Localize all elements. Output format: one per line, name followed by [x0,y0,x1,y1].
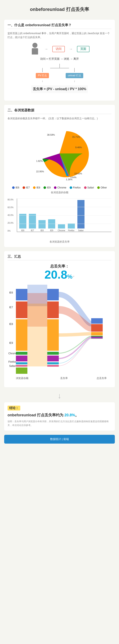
share-block-ie9 [16,352,27,355]
section1: 一、什么是 onbeforeunload 打点丢失率？ 监听页面上的 onbef… [4,20,115,100]
total-block-safari [91,338,103,339]
total-block-ie7 [91,324,103,332]
arrow-down-section: ↓ [4,392,115,400]
pie-label-ie7: 15.71% [72,136,80,138]
legend-dot-safari [84,186,87,189]
unload-btn: unload 打点 [66,73,83,78]
row-label-ie9: IE9 [9,342,13,344]
conclusion: 结论： onbeforeunload 打点丢失率约为 20.8%。 说明：丢失率… [4,402,115,430]
conclusion-value: 20.8% [64,413,75,417]
section1-header: 一、什么是 onbeforeunload 打点丢失率？ [7,23,112,29]
person-icon [30,43,40,55]
arrow-down-right: ↓ [74,79,75,83]
bar-ie6: IE6 [19,214,26,232]
pie-label-safari: 0.64% [71,176,76,178]
arrow-down-left: ↓ [42,79,43,83]
loss-block-ie9 [47,352,59,355]
bar-rect-safari [77,200,85,228]
bar-xlabel-ie7: IE7 [31,229,34,232]
bar-ie7: IE7 [29,214,36,232]
bar-xlabel-chrome: Chrome [58,229,65,232]
v-line-left [42,68,43,72]
col-label-loss: 丢失率 [60,377,68,380]
pie-label-ie9: 1.82% [36,160,43,162]
pie-label-other: 19.65% [74,172,82,175]
bar-chrome: Chrome [58,224,65,232]
bar-safari: Safari [77,200,85,232]
pie-chart-container: 9.46% 15.71% 38.58% 1.82% 22.95% 1.26% 0… [30,124,89,183]
diagram-row1: → 访问 → 页面 [30,43,90,55]
diagram-area: → 访问 → 页面 访问 = 打开页面 → 浏览 → 离开 PV 打点 ↓ [7,43,112,94]
total-block-firefox [91,338,103,338]
pie-label-chrome: 22.95% [36,170,44,173]
legend-label-ie6: IE6 [15,186,19,189]
bar-rect-chrome [58,224,65,228]
bar-ie9: IE9 [48,219,55,232]
total-block-chrome [91,337,103,338]
col-label-share: 浏览器份额 [16,377,28,380]
total-loss-area: 总丢失率： 20.8%↗ [7,264,112,280]
bar-xlabel-ie9: IE9 [50,229,53,232]
page-container: onbeforeunload 打点丢失率 一、什么是 onbeforeunloa… [0,0,119,448]
total-loss-pct: % [67,273,73,280]
pie-chart-svg: 9.46% 15.71% 38.58% 1.82% 22.95% 1.26% 0… [30,124,89,183]
flow-ie8-total [59,334,91,335]
visit-box: 访问 [52,46,65,52]
loss-block-safari [47,365,59,367]
section1-desc: 监听页面上的 onbeforeunload 事件，当用户离开页面时，通过页面上的… [7,32,112,40]
bar-rect-ie9 [48,219,55,228]
share-block-chrome [16,356,27,362]
total-block-ie8 [91,332,103,336]
flow-chrome-total [59,337,91,358]
total-block-ie9 [91,336,103,337]
diagram-row2: 访问 = 打开页面 → 浏览 → 离开 [40,57,79,61]
legend-label-ie7: IE7 [26,186,30,189]
pie-label-ie6: 9.46% [75,146,82,149]
arrow-connector: PV 打点 ↓ unload 打点 ↓ [36,64,83,83]
legend-ie9: IE9 [43,186,51,189]
section2: 二、各浏览器数据 各浏览器的份额及丢失率都不一样。 (注意：以下数据来自全局页之… [4,105,115,247]
legend-dot-ie9 [43,186,46,189]
bar-rect-ie7 [29,214,36,228]
grid-3 [17,224,112,224]
legend-dot-other [97,186,100,189]
section2-desc: 各浏览器的份额及丢失率都不一样。 (注意：以下数据来自全局页之一仙锋日志。) [7,116,112,120]
h-split: PV 打点 ↓ unload 打点 ↓ [36,68,83,83]
legend-chrome: Chrome [54,186,66,189]
legend-label-chrome: Chrome [57,186,66,189]
y-label-0: 0% [7,230,13,232]
bar-xlabel-ie8: IE8 [40,229,43,232]
bar-rect-ie8 [38,220,46,228]
legend-label-firefox: Firefox [73,186,81,189]
flow-safari-total [59,338,91,366]
y-label-60: 60.0% [7,206,13,208]
grid-2 [17,215,112,216]
arrow-right-1: → [44,47,48,51]
pv-btn: PV 打点 [36,73,49,78]
legend-label-ie8: IE8 [36,186,40,189]
share-block-ie6 [16,289,27,300]
legend-dot-chrome [54,186,56,189]
bar-caption: 各浏览器的丢失率 [7,240,112,244]
row-label-firefox: Firefox [8,360,16,363]
connector-ie8 [27,319,47,351]
bar-xlabel-ie6: IE6 [21,229,24,232]
bar-rect-ie6 [19,214,26,228]
conclusion-text: onbeforeunload 打点丢失率约为 20.8%。 [7,412,112,418]
legend-label-safari: Safari [87,186,94,189]
legend-dot-ie7 [23,186,25,189]
bar-chart-wrapper: 80.0% 60.0% 40.0% 20.0% 0% IE6 [7,198,112,238]
loss-block-chrome [47,356,59,362]
pv-branch: PV 打点 ↓ [36,68,49,83]
legend-dot-ie6 [12,186,15,189]
bars-area: IE6 IE7 IE8 IE9 [17,198,112,232]
legend-dot-ie8 [33,186,36,189]
bar-xlabel-safari: Safari [78,229,84,232]
bar-rect-firefox [68,224,75,228]
sankey-svg: 浏览器份额 丢失率 总丢失率 IE6 IE7 IE8 IE9 Chrome Fi… [7,285,118,381]
page-title: onbeforeunload 打点丢失率 [4,4,115,15]
legend-ie6: IE6 [12,186,19,189]
section2-header: 二、各浏览器数据 [7,108,112,114]
loss-block-ie8 [47,319,59,351]
share-block-ie8 [16,319,27,351]
